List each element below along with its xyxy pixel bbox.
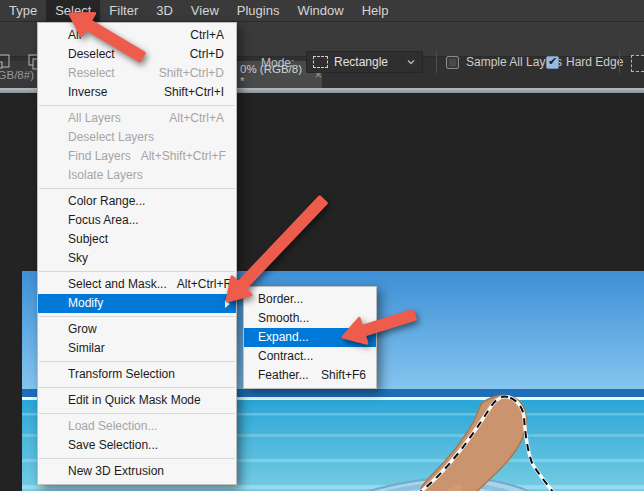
- menu-item-border[interactable]: Border...: [244, 290, 376, 309]
- menu-item-label: Focus Area...: [68, 211, 139, 230]
- menubar-item-view[interactable]: View: [182, 0, 228, 21]
- menu-item-label: Isolate Layers: [68, 166, 143, 185]
- options-separator: [619, 52, 620, 73]
- menu-item-modify[interactable]: Modify: [38, 294, 236, 313]
- menu-item-new-3d-extrusion[interactable]: New 3D Extrusion: [38, 462, 236, 481]
- menu-item-shortcut: Shift+Ctrl+I: [164, 83, 224, 102]
- menu-item-label: Grow: [68, 320, 97, 339]
- menubar-item-plugins[interactable]: Plugins: [228, 0, 289, 21]
- mode-label: Mode:: [261, 56, 294, 70]
- menu-item-deselect-layers[interactable]: Deselect Layers: [38, 128, 236, 147]
- menu-item-grow[interactable]: Grow: [38, 320, 236, 339]
- menubar-item-filter[interactable]: Filter: [100, 0, 147, 21]
- menu-item-label: All Layers: [68, 109, 121, 128]
- menu-item-label: Reselect: [68, 64, 115, 83]
- menu-item-find-layers[interactable]: Find LayersAlt+Shift+Ctrl+F: [38, 147, 236, 166]
- menu-item-label: Deselect Layers: [68, 128, 154, 147]
- options-separator: [436, 52, 437, 73]
- submenu-arrow-icon: [225, 300, 230, 308]
- menu-item-smooth[interactable]: Smooth...: [244, 309, 376, 328]
- menu-item-color-range[interactable]: Color Range...: [38, 192, 236, 211]
- menu-item-label: New 3D Extrusion: [68, 462, 164, 481]
- menu-item-shortcut: Ctrl+D: [190, 45, 224, 64]
- menu-separator: [39, 105, 235, 106]
- menu-item-shortcut: Ctrl+A: [190, 26, 224, 45]
- menu-item-load-selection[interactable]: Load Selection...: [38, 417, 236, 436]
- mode-dropdown[interactable]: Rectangle: [306, 51, 423, 73]
- modify-submenu-panel: Border...Smooth...Expand...Contract...Fe…: [243, 286, 377, 389]
- menu-item-inverse[interactable]: InverseShift+Ctrl+I: [38, 83, 236, 102]
- selection-mode-icon[interactable]: [0, 53, 14, 71]
- menu-item-shortcut: Alt+Shift+Ctrl+F: [141, 147, 226, 166]
- menu-item-similar[interactable]: Similar: [38, 339, 236, 358]
- chevron-down-icon: [407, 58, 415, 66]
- menu-item-label: All: [68, 26, 81, 45]
- menu-separator: [39, 271, 235, 272]
- tool-preset-icon[interactable]: [631, 55, 644, 72]
- menu-item-label: Similar: [68, 339, 105, 358]
- menu-item-label: Modify: [68, 294, 103, 313]
- menu-separator: [39, 316, 235, 317]
- menu-item-label: Transform Selection: [68, 365, 175, 384]
- menubar-item-help[interactable]: Help: [353, 0, 398, 21]
- menu-bar: TypeSelectFilter3DViewPluginsWindowHelp: [0, 0, 644, 22]
- menu-item-label: Select and Mask...: [68, 275, 167, 294]
- menu-item-shortcut: Alt+Ctrl+R: [177, 275, 232, 294]
- mode-value: Rectangle: [334, 55, 407, 69]
- menu-item-label: Contract...: [258, 347, 313, 366]
- menu-item-label: Edit in Quick Mask Mode: [68, 391, 201, 410]
- menu-item-label: Smooth...: [258, 309, 309, 328]
- menu-item-contract[interactable]: Contract...: [244, 347, 376, 366]
- menu-item-label: Inverse: [68, 83, 107, 102]
- menu-item-isolate-layers[interactable]: Isolate Layers: [38, 166, 236, 185]
- checkbox-icon: [446, 56, 459, 69]
- menu-item-shortcut: Shift+F6: [321, 366, 366, 385]
- menu-item-label: Deselect: [68, 45, 115, 64]
- select-menu-panel: AllCtrl+ADeselectCtrl+DReselectShift+Ctr…: [37, 22, 237, 485]
- menu-item-label: Sky: [68, 249, 88, 268]
- menu-separator: [39, 458, 235, 459]
- menu-item-expand[interactable]: Expand...: [244, 328, 376, 347]
- menu-item-label: Find Layers: [68, 147, 131, 166]
- menu-item-shortcut: Shift+Ctrl+D: [159, 64, 224, 83]
- hard-edge-label: Hard Edge: [566, 55, 623, 69]
- photoshop-window: TypeSelectFilter3DViewPluginsWindowHelp …: [0, 0, 644, 491]
- menu-item-label: Subject: [68, 230, 108, 249]
- menu-item-edit-in-quick-mask-mode[interactable]: Edit in Quick Mask Mode: [38, 391, 236, 410]
- menu-item-label: Border...: [258, 290, 303, 309]
- menu-item-focus-area[interactable]: Focus Area...: [38, 211, 236, 230]
- menu-item-select-and-mask[interactable]: Select and Mask...Alt+Ctrl+R: [38, 275, 236, 294]
- menu-item-shortcut: Alt+Ctrl+A: [169, 109, 224, 128]
- checkbox-icon: [546, 56, 559, 69]
- menu-item-transform-selection[interactable]: Transform Selection: [38, 365, 236, 384]
- menubar-item-type[interactable]: Type: [0, 0, 46, 21]
- menu-item-save-selection[interactable]: Save Selection...: [38, 436, 236, 455]
- menu-separator: [39, 188, 235, 189]
- menu-item-label: Feather...: [258, 366, 309, 385]
- sample-all-layers-checkbox[interactable]: Sample All Layers: [446, 55, 562, 69]
- menu-separator: [39, 361, 235, 362]
- hard-edge-checkbox[interactable]: Hard Edge: [546, 55, 623, 69]
- menu-item-label: Save Selection...: [68, 436, 158, 455]
- menubar-item-3d[interactable]: 3D: [147, 0, 182, 21]
- menubar-item-select[interactable]: Select: [46, 0, 100, 21]
- menubar-item-window[interactable]: Window: [288, 0, 352, 21]
- menu-item-label: Load Selection...: [68, 417, 157, 436]
- menu-separator: [39, 413, 235, 414]
- menu-item-feather[interactable]: Feather...Shift+F6: [244, 366, 376, 385]
- menu-item-deselect[interactable]: DeselectCtrl+D: [38, 45, 236, 64]
- menu-item-reselect[interactable]: ReselectShift+Ctrl+D: [38, 64, 236, 83]
- menu-item-sky[interactable]: Sky: [38, 249, 236, 268]
- menu-item-subject[interactable]: Subject: [38, 230, 236, 249]
- rectangle-marquee-icon: [313, 56, 328, 68]
- menu-item-label: Color Range...: [68, 192, 145, 211]
- menu-item-all-layers[interactable]: All LayersAlt+Ctrl+A: [38, 109, 236, 128]
- menu-item-label: Expand...: [258, 328, 309, 347]
- menu-item-all[interactable]: AllCtrl+A: [38, 26, 236, 45]
- menu-separator: [39, 387, 235, 388]
